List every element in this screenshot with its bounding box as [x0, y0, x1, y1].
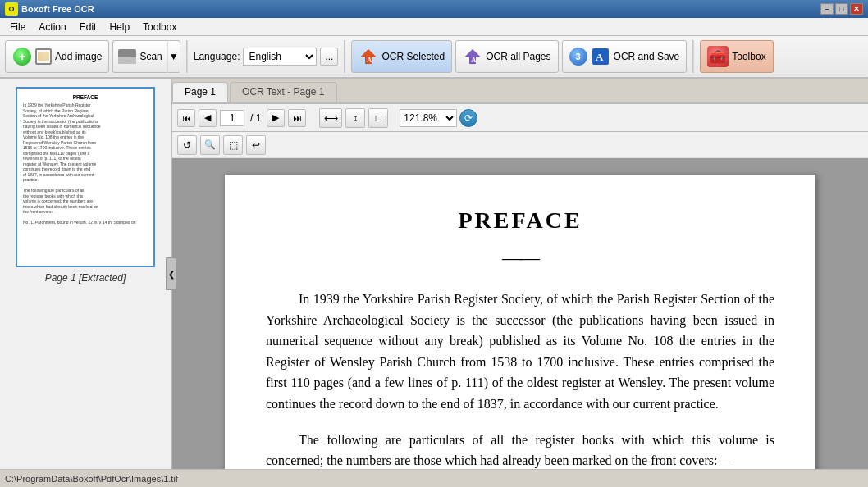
paragraph-1: In 1939 the Yorkshire Parish Register So…: [266, 289, 774, 415]
scan-label: Scan: [139, 51, 162, 62]
ocr-selected-label: OCR Selected: [381, 51, 445, 62]
add-image-icon: +: [12, 47, 32, 66]
menu-file[interactable]: File: [3, 20, 32, 34]
tab-page1[interactable]: Page 1: [172, 82, 228, 102]
prev-page-button[interactable]: ◀: [199, 109, 217, 127]
title-bar: O Boxoft Free OCR – □ ✕: [0, 0, 868, 18]
zoom-height-button[interactable]: ↕: [345, 108, 365, 128]
scan-button[interactable]: Scan: [112, 40, 167, 73]
zoom-area: 121.8% 100% 150% 75% 50% ⟳: [400, 109, 477, 127]
menu-toolbox[interactable]: Toolbox: [136, 20, 183, 34]
ocr-save-a-icon: A: [591, 47, 610, 66]
toolbox-button[interactable]: 🧰 Toolbox: [700, 40, 773, 73]
app-icon: O: [5, 2, 18, 16]
rotate-button[interactable]: ↺: [177, 135, 197, 155]
zoom-mode-button[interactable]: 🔍: [200, 135, 220, 155]
first-page-button[interactable]: ⏮: [177, 109, 195, 127]
thumbnail-page1[interactable]: PREFACE In 1939 the Yorkshire Parish Reg…: [16, 87, 155, 267]
maximize-button[interactable]: □: [835, 3, 848, 15]
edit-toolbar: ↺ 🔍 ⬚ ↩: [172, 132, 868, 158]
close-button[interactable]: ✕: [850, 3, 863, 15]
undo-button[interactable]: ↩: [246, 135, 266, 155]
thumbnail-image: PREFACE In 1939 the Yorkshire Parish Reg…: [20, 91, 151, 263]
tab-bar: Page 1 OCR Text - Page 1: [172, 79, 868, 104]
menu-bar: File Action Edit Help Toolbox: [0, 18, 868, 36]
menu-action[interactable]: Action: [32, 20, 72, 34]
tab-ocr-text[interactable]: OCR Text - Page 1: [230, 82, 337, 102]
ocr-all-icon: A: [463, 47, 482, 66]
ocr-selected-icon: A: [359, 47, 378, 66]
main-area: PREFACE In 1939 the Yorkshire Parish Reg…: [0, 79, 868, 469]
document-body: In 1939 the Yorkshire Parish Register So…: [266, 289, 774, 469]
page-number-input[interactable]: [220, 110, 244, 126]
document-content[interactable]: PREFACE —— In 1939 the Yorkshire Parish …: [172, 158, 868, 469]
ocr-save-label: OCR and Save: [614, 51, 680, 62]
zoom-width-button[interactable]: ⟷: [319, 108, 342, 128]
document-panel: Page 1 OCR Text - Page 1 ⏮ ◀ / 1 ▶ ⏭ ⟷ ↕…: [172, 79, 868, 469]
zoom-fit-button[interactable]: □: [368, 108, 388, 128]
toolbox-icon: 🧰: [707, 46, 729, 67]
scan-dropdown-button[interactable]: ▼: [167, 40, 180, 73]
ocr-all-button[interactable]: A OCR all Pages: [455, 40, 558, 73]
svg-text:A: A: [471, 56, 477, 64]
window-title: Boxoft Free OCR: [21, 4, 94, 14]
thumbnail-panel: PREFACE In 1939 the Yorkshire Parish Reg…: [0, 79, 172, 469]
thumbnail-label: Page 1 [Extracted]: [45, 272, 126, 284]
language-more-button[interactable]: ...: [320, 48, 338, 66]
document-divider: ——: [266, 247, 774, 269]
separator-2: [344, 40, 345, 73]
main-toolbar: + Add image Scan ▼ Language: English ...: [0, 36, 868, 79]
paragraph-2: The following are particulars of all the…: [266, 430, 774, 469]
svg-text:A: A: [596, 51, 604, 63]
last-page-button[interactable]: ⏭: [288, 109, 306, 127]
zoom-select[interactable]: 121.8% 100% 150% 75% 50%: [400, 109, 457, 127]
ocr-selected-button[interactable]: A OCR Selected: [351, 40, 452, 73]
toolbox-label: Toolbox: [732, 51, 765, 62]
scan-button-group[interactable]: Scan ▼: [112, 40, 180, 73]
menu-help[interactable]: Help: [103, 20, 136, 34]
document-title: PREFACE: [266, 207, 774, 234]
zoom-reset-button[interactable]: ⟳: [459, 109, 477, 127]
image-icon: [35, 48, 52, 65]
language-selector-area: Language: English ...: [194, 48, 339, 66]
separator-3: [692, 40, 694, 73]
language-select[interactable]: English: [243, 48, 317, 66]
next-page-button[interactable]: ▶: [267, 109, 285, 127]
separator-1: [186, 40, 188, 73]
window-controls: – □ ✕: [820, 3, 863, 15]
minimize-button[interactable]: –: [820, 3, 834, 15]
scan-icon: [118, 49, 136, 64]
document-page: PREFACE —— In 1939 the Yorkshire Parish …: [225, 175, 815, 469]
ocr-save-circle-icon: 3: [569, 48, 587, 66]
ocr-all-label: OCR all Pages: [486, 51, 550, 62]
menu-edit[interactable]: Edit: [73, 20, 103, 34]
add-image-label: Add image: [55, 51, 102, 62]
status-path: C:\ProgramData\Boxoft\PdfOcr\Images\1.ti…: [5, 474, 178, 484]
green-circle-icon: +: [13, 48, 31, 66]
add-image-button[interactable]: + Add image: [5, 40, 109, 73]
page-total: / 1: [250, 112, 261, 124]
status-bar: C:\ProgramData\Boxoft\PdfOcr\Images\1.ti…: [0, 469, 868, 487]
svg-text:A: A: [368, 56, 373, 64]
panel-collapse-button[interactable]: ❮: [166, 257, 177, 290]
language-label: Language:: [194, 51, 240, 62]
navigation-toolbar: ⏮ ◀ / 1 ▶ ⏭ ⟷ ↕ □ 121.8% 100% 150% 75% 5…: [172, 104, 868, 132]
crop-button[interactable]: ⬚: [223, 135, 243, 155]
ocr-save-button[interactable]: 3 A OCR and Save: [562, 40, 688, 73]
